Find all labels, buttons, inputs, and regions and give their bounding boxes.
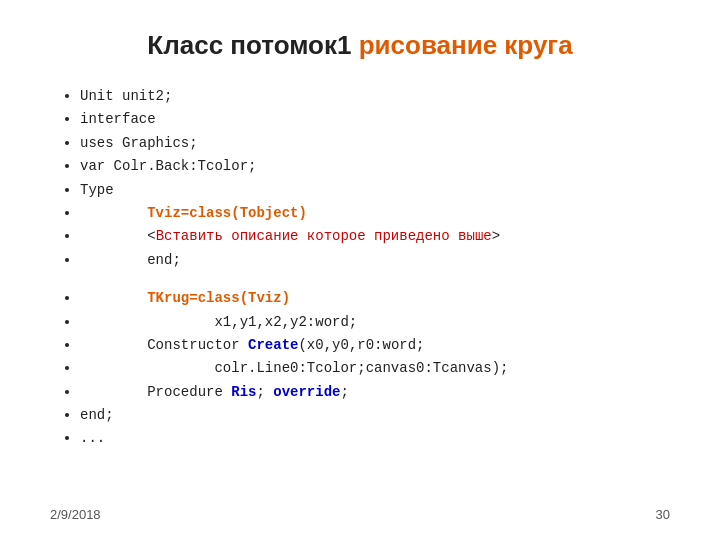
slide-footer: 2/9/2018 30 [50,507,670,522]
list-item: colr.Line0:Tcolor;canvas0:Tcanvas); [80,357,670,379]
list-item: Tviz=class(Tobject) [80,202,670,224]
title-highlight: рисование круга [359,30,573,60]
list-item: Unit unit2; [80,85,670,107]
list-item: interface [80,108,670,130]
list-item: Procedure Ris; override; [80,381,670,403]
list-item: Constructor Create(x0,y0,r0:word; [80,334,670,356]
list-item: TKrug=class(Tviz) [80,287,670,309]
list-item: var Colr.Back:Tcolor; [80,155,670,177]
list-item: end; [80,404,670,426]
footer-date: 2/9/2018 [50,507,101,522]
code-section-1: Unit unit2;interfaceuses Graphics;var Co… [50,85,670,450]
list-item: <Вставить описание которое приведено выш… [80,225,670,247]
code-list-1: Unit unit2;interfaceuses Graphics;var Co… [50,85,670,271]
slide-title: Класс потомок1 рисование круга [50,30,670,61]
slide: Класс потомок1 рисование круга Unit unit… [0,0,720,540]
code-list-2: TKrug=class(Tviz) x1,y1,x2,y2:word; Cons… [50,287,670,450]
title-prefix: Класс потомок1 [147,30,351,60]
footer-page: 30 [656,507,670,522]
list-item: end; [80,249,670,271]
list-item: uses Graphics; [80,132,670,154]
list-item: ... [80,427,670,449]
list-item: x1,y1,x2,y2:word; [80,311,670,333]
list-item: Type [80,179,670,201]
